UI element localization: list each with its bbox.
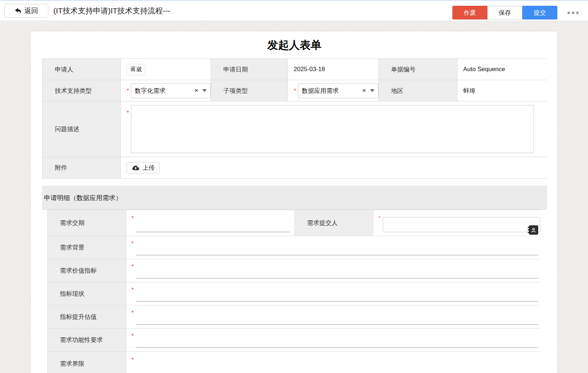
save-button[interactable]: 保存	[487, 6, 522, 19]
functional-req-input[interactable]	[136, 337, 538, 348]
back-button[interactable]: 返回	[4, 4, 48, 18]
back-arrow-icon	[15, 8, 22, 14]
upload-button[interactable]: 上传	[127, 162, 160, 173]
delivery-input[interactable]	[136, 221, 290, 232]
required-marker: *	[131, 310, 134, 316]
more-menu-icon[interactable]	[567, 9, 579, 16]
void-button[interactable]: 作废	[452, 6, 487, 19]
submitter-label: 需求提交人	[295, 210, 373, 236]
problem-textarea[interactable]	[131, 105, 534, 153]
required-marker: *	[294, 88, 296, 94]
metric-status-cell: *	[126, 282, 540, 305]
applicant-label: 申请人	[43, 59, 121, 80]
region-value: 蚌埠	[457, 80, 547, 101]
applicant-cell: 蒋崴	[121, 59, 211, 80]
clear-icon[interactable]: ×	[195, 87, 198, 94]
required-marker: *	[131, 333, 134, 339]
support-type-select[interactable]: 数字化需求 ×	[131, 83, 211, 98]
support-type-label: 技术支持类型	[43, 80, 121, 101]
problem-cell: *	[121, 101, 547, 157]
support-type-cell: * 数字化需求 ×	[121, 80, 211, 101]
submitter-cell: *	[373, 210, 540, 236]
sub-type-selected: 数据应用需求	[302, 87, 363, 95]
top-toolbar: 返回 (IT技术支持申请)IT技术支持流程--- 作废 保存 提交	[0, 0, 588, 21]
chevron-down-icon[interactable]	[202, 89, 207, 92]
clear-icon[interactable]: ×	[363, 87, 366, 94]
metric-uplift-cell: *	[126, 305, 540, 329]
required-marker: *	[131, 240, 134, 247]
required-marker: *	[378, 215, 381, 221]
boundary-label: 需求界限	[48, 352, 126, 373]
value-metric-label: 需求价值指标	[48, 259, 126, 282]
required-marker: *	[131, 287, 134, 293]
required-marker: *	[127, 110, 129, 116]
apply-date-label: 申请日期	[211, 59, 288, 80]
background-label: 需求背景	[48, 236, 126, 259]
background-cell: *	[126, 236, 540, 259]
functional-req-label: 需求功能性要求	[48, 329, 126, 352]
region-label: 地区	[379, 80, 457, 101]
doc-no-value: Auto Sequence	[457, 59, 547, 80]
sub-type-cell: * 数据应用需求 ×	[288, 80, 379, 101]
form-card: 发起人表单 申请人 蒋崴 申请日期 2025-03-18 单据编号 Auto S…	[30, 31, 558, 373]
contact-picker-icon[interactable]	[529, 225, 538, 235]
detail-table: 需求交期 * 需求提交人 * 需求背景 * 需求价值指标	[47, 210, 540, 373]
apply-date-value: 2025-03-18	[288, 59, 379, 80]
back-button-label: 返回	[25, 6, 38, 16]
boundary-cell: *	[126, 352, 540, 373]
chevron-down-icon[interactable]	[370, 89, 374, 92]
submitter-input[interactable]	[383, 217, 540, 232]
page-title: (IT技术支持申请)IT技术支持流程---	[53, 6, 170, 16]
required-marker: *	[131, 215, 134, 221]
doc-no-label: 单据编号	[379, 59, 457, 80]
background-input[interactable]	[136, 244, 538, 255]
problem-label: 问题描述	[43, 101, 121, 157]
attachment-cell: 上传	[121, 157, 547, 179]
delivery-label: 需求交期	[48, 210, 126, 236]
cloud-upload-icon	[132, 165, 140, 171]
functional-req-cell: *	[126, 329, 540, 352]
metric-status-label: 指标现状	[48, 282, 126, 305]
metric-uplift-input[interactable]	[136, 314, 538, 325]
sub-type-label: 子项类型	[211, 80, 288, 101]
value-metric-input[interactable]	[136, 268, 538, 278]
metric-uplift-label: 指标提升估值	[48, 305, 126, 329]
applicant-chip[interactable]: 蒋崴	[127, 64, 145, 75]
attachment-label: 附件	[43, 157, 121, 179]
required-marker: *	[127, 88, 129, 94]
value-metric-cell: *	[126, 259, 540, 282]
required-marker: *	[131, 357, 134, 363]
required-marker: *	[131, 264, 134, 270]
form-title: 发起人表单	[42, 38, 547, 53]
upload-button-label: 上传	[142, 164, 155, 172]
detail-section-header: 申请明细（数据应用需求）	[42, 186, 547, 210]
main-form-table: 申请人 蒋崴 申请日期 2025-03-18 单据编号 Auto Sequenc…	[42, 58, 547, 179]
metric-status-input[interactable]	[136, 291, 538, 302]
toolbar-actions: 作废 保存 提交	[452, 6, 579, 19]
submit-button[interactable]: 提交	[522, 6, 557, 19]
sub-type-select[interactable]: 数据应用需求 ×	[298, 83, 378, 98]
support-type-selected: 数字化需求	[135, 87, 195, 95]
delivery-cell: *	[126, 210, 295, 236]
